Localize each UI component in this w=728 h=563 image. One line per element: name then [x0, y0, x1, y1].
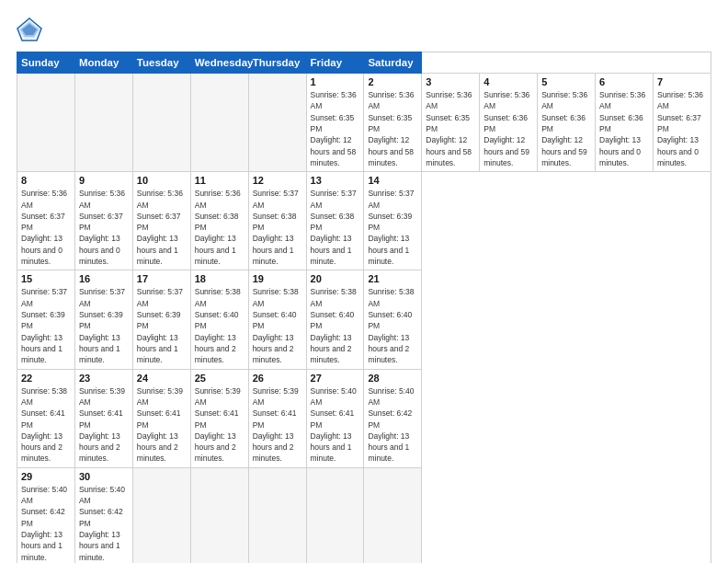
day-number: 1 [311, 76, 360, 87]
calendar-cell: 9Sunrise: 5:36 AMSunset: 6:37 PMDaylight… [74, 172, 132, 270]
day-number: 17 [137, 273, 187, 284]
header [17, 17, 711, 42]
calendar-cell: 1Sunrise: 5:36 AMSunset: 6:35 PMDaylight… [306, 74, 364, 172]
calendar-week-4: 29Sunrise: 5:40 AMSunset: 6:42 PMDayligh… [17, 467, 711, 563]
weekday-header-tuesday: Tuesday [132, 52, 190, 74]
calendar-cell: 26Sunrise: 5:39 AMSunset: 6:41 PMDayligh… [248, 369, 306, 467]
day-info: Sunrise: 5:37 AMSunset: 6:39 PMDaylight:… [79, 286, 129, 365]
page: SundayMondayTuesdayWednesdayThursdayFrid… [0, 0, 728, 563]
calendar-cell: 29Sunrise: 5:40 AMSunset: 6:42 PMDayligh… [17, 467, 75, 563]
calendar-cell [190, 467, 248, 563]
day-number: 14 [368, 175, 417, 186]
calendar-cell: 16Sunrise: 5:37 AMSunset: 6:39 PMDayligh… [74, 270, 132, 369]
day-info: Sunrise: 5:38 AMSunset: 6:40 PMDaylight:… [368, 286, 417, 365]
calendar-cell: 11Sunrise: 5:36 AMSunset: 6:38 PMDayligh… [190, 172, 248, 270]
day-info: Sunrise: 5:39 AMSunset: 6:41 PMDaylight:… [137, 385, 187, 465]
calendar-cell: 22Sunrise: 5:38 AMSunset: 6:41 PMDayligh… [17, 369, 75, 467]
calendar-cell [190, 74, 248, 172]
day-number: 28 [368, 373, 417, 384]
calendar-cell: 8Sunrise: 5:36 AMSunset: 6:37 PMDaylight… [17, 172, 75, 270]
day-info: Sunrise: 5:37 AMSunset: 6:38 PMDaylight:… [311, 188, 360, 267]
day-number: 13 [311, 175, 360, 186]
calendar-cell: 12Sunrise: 5:37 AMSunset: 6:38 PMDayligh… [248, 172, 306, 270]
calendar-cell [248, 74, 306, 172]
logo-icon [17, 17, 42, 42]
day-number: 9 [79, 175, 129, 186]
day-number: 16 [79, 273, 129, 284]
day-info: Sunrise: 5:40 AMSunset: 6:41 PMDaylight:… [311, 385, 360, 465]
calendar-cell: 2Sunrise: 5:36 AMSunset: 6:35 PMDaylight… [364, 74, 422, 172]
day-number: 25 [195, 373, 245, 384]
day-number: 15 [21, 273, 71, 284]
calendar-cell: 23Sunrise: 5:39 AMSunset: 6:41 PMDayligh… [74, 369, 132, 467]
calendar-cell [306, 467, 364, 563]
day-number: 2 [368, 76, 417, 87]
day-info: Sunrise: 5:37 AMSunset: 6:39 PMDaylight:… [137, 286, 187, 365]
calendar-cell: 14Sunrise: 5:37 AMSunset: 6:39 PMDayligh… [364, 172, 422, 270]
weekday-header-sunday: Sunday [17, 52, 75, 74]
day-info: Sunrise: 5:37 AMSunset: 6:38 PMDaylight:… [253, 188, 302, 267]
weekday-header-monday: Monday [74, 52, 132, 74]
day-number: 11 [195, 175, 245, 186]
day-number: 3 [426, 76, 475, 87]
calendar-week-1: 8Sunrise: 5:36 AMSunset: 6:37 PMDaylight… [17, 172, 711, 270]
day-info: Sunrise: 5:36 AMSunset: 6:37 PMDaylight:… [21, 188, 71, 267]
weekday-header-row: SundayMondayTuesdayWednesdayThursdayFrid… [17, 52, 711, 74]
calendar-cell: 3Sunrise: 5:36 AMSunset: 6:35 PMDaylight… [422, 74, 480, 172]
day-info: Sunrise: 5:37 AMSunset: 6:39 PMDaylight:… [21, 286, 71, 365]
day-number: 23 [79, 373, 129, 384]
calendar-cell: 5Sunrise: 5:36 AMSunset: 6:36 PMDaylight… [538, 74, 596, 172]
day-info: Sunrise: 5:38 AMSunset: 6:40 PMDaylight:… [311, 286, 360, 365]
day-info: Sunrise: 5:39 AMSunset: 6:41 PMDaylight:… [79, 385, 129, 465]
day-number: 18 [195, 273, 245, 284]
day-number: 7 [657, 76, 707, 87]
calendar-cell: 18Sunrise: 5:38 AMSunset: 6:40 PMDayligh… [190, 270, 248, 369]
day-info: Sunrise: 5:36 AMSunset: 6:36 PMDaylight:… [541, 89, 591, 168]
calendar-cell: 19Sunrise: 5:38 AMSunset: 6:40 PMDayligh… [248, 270, 306, 369]
calendar-cell: 21Sunrise: 5:38 AMSunset: 6:40 PMDayligh… [364, 270, 422, 369]
calendar-cell: 7Sunrise: 5:36 AMSunset: 6:37 PMDaylight… [653, 74, 711, 172]
calendar-cell: 17Sunrise: 5:37 AMSunset: 6:39 PMDayligh… [132, 270, 190, 369]
day-number: 5 [541, 76, 591, 87]
calendar-cell: 10Sunrise: 5:36 AMSunset: 6:37 PMDayligh… [132, 172, 190, 270]
day-number: 6 [599, 76, 649, 87]
calendar-cell: 20Sunrise: 5:38 AMSunset: 6:40 PMDayligh… [306, 270, 364, 369]
day-number: 30 [79, 471, 129, 482]
day-info: Sunrise: 5:38 AMSunset: 6:40 PMDaylight:… [195, 286, 245, 365]
day-info: Sunrise: 5:36 AMSunset: 6:37 PMDaylight:… [657, 89, 707, 168]
calendar-table: SundayMondayTuesdayWednesdayThursdayFrid… [17, 52, 711, 563]
day-number: 27 [311, 373, 360, 384]
calendar-cell: 24Sunrise: 5:39 AMSunset: 6:41 PMDayligh… [132, 369, 190, 467]
day-info: Sunrise: 5:40 AMSunset: 6:42 PMDaylight:… [368, 385, 417, 465]
day-number: 26 [253, 373, 302, 384]
day-number: 29 [21, 471, 71, 482]
day-info: Sunrise: 5:36 AMSunset: 6:35 PMDaylight:… [426, 89, 475, 168]
day-number: 19 [253, 273, 302, 284]
weekday-header-wednesday: Wednesday [190, 52, 248, 74]
day-number: 20 [311, 273, 360, 284]
calendar-cell [74, 74, 132, 172]
calendar-cell: 15Sunrise: 5:37 AMSunset: 6:39 PMDayligh… [17, 270, 75, 369]
calendar-cell [364, 467, 422, 563]
weekday-header-friday: Friday [306, 52, 364, 74]
day-info: Sunrise: 5:36 AMSunset: 6:36 PMDaylight:… [483, 89, 533, 168]
calendar-week-2: 15Sunrise: 5:37 AMSunset: 6:39 PMDayligh… [17, 270, 711, 369]
day-info: Sunrise: 5:40 AMSunset: 6:42 PMDaylight:… [21, 484, 71, 563]
calendar-cell: 4Sunrise: 5:36 AMSunset: 6:36 PMDaylight… [480, 74, 538, 172]
day-info: Sunrise: 5:36 AMSunset: 6:37 PMDaylight:… [79, 188, 129, 267]
day-info: Sunrise: 5:37 AMSunset: 6:39 PMDaylight:… [368, 188, 417, 267]
calendar-cell [17, 74, 75, 172]
calendar-cell: 6Sunrise: 5:36 AMSunset: 6:36 PMDaylight… [596, 74, 654, 172]
calendar-cell: 28Sunrise: 5:40 AMSunset: 6:42 PMDayligh… [364, 369, 422, 467]
day-number: 24 [137, 373, 187, 384]
day-number: 22 [21, 373, 71, 384]
logo [17, 17, 46, 42]
weekday-header-thursday: Thursday [248, 52, 306, 74]
calendar-cell: 30Sunrise: 5:40 AMSunset: 6:42 PMDayligh… [74, 467, 132, 563]
day-info: Sunrise: 5:38 AMSunset: 6:41 PMDaylight:… [21, 385, 71, 465]
calendar-week-0: 1Sunrise: 5:36 AMSunset: 6:35 PMDaylight… [17, 74, 711, 172]
day-info: Sunrise: 5:36 AMSunset: 6:36 PMDaylight:… [599, 89, 649, 168]
calendar-week-3: 22Sunrise: 5:38 AMSunset: 6:41 PMDayligh… [17, 369, 711, 467]
calendar-cell: 27Sunrise: 5:40 AMSunset: 6:41 PMDayligh… [306, 369, 364, 467]
weekday-header-saturday: Saturday [364, 52, 422, 74]
